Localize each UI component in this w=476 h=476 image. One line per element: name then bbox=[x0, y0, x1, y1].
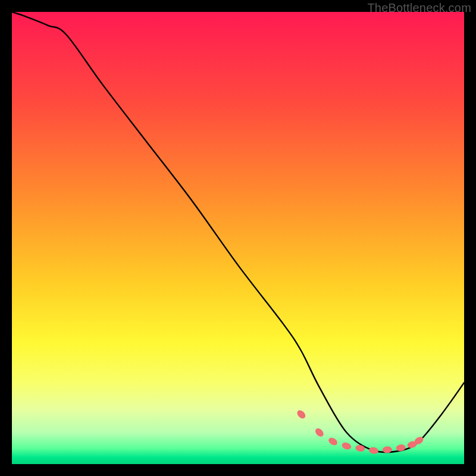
plot-frame bbox=[12, 12, 464, 464]
watermark-text: TheBottleneck.com bbox=[367, 1, 471, 15]
chart-svg bbox=[12, 12, 464, 464]
gradient-rect bbox=[12, 12, 464, 464]
figure-container: TheBottleneck.com bbox=[0, 0, 476, 476]
